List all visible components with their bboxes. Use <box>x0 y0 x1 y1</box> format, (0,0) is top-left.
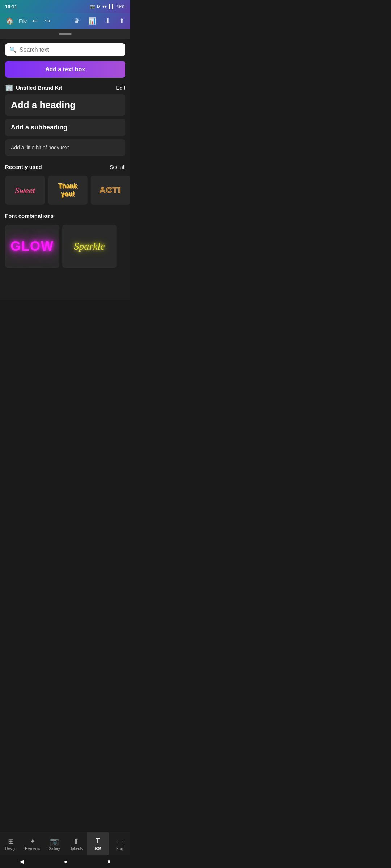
search-input[interactable] <box>20 47 121 53</box>
battery-icon: 48% <box>117 4 125 9</box>
heading-card[interactable]: Add a heading <box>5 94 125 116</box>
signal-icon: M <box>97 4 101 9</box>
acti-text: ACTI <box>100 186 121 195</box>
sparkle-text: Sparkle <box>74 241 105 252</box>
recently-used-title: Recently used <box>5 164 42 170</box>
subheading-text: Add a subheading <box>11 124 67 131</box>
undo-button[interactable]: ↩ <box>30 16 40 26</box>
glow-text: GLOW <box>10 239 54 254</box>
toolbar: 🏠 File ↩ ↪ ♛ 📊 ⬇ ⬆ <box>0 13 130 29</box>
toolbar-right: ♛ 📊 ⬇ ⬆ <box>72 16 127 26</box>
font-combinations-title: Font combinations <box>5 213 54 219</box>
heading-text: Add a heading <box>11 99 76 110</box>
search-box[interactable]: 🔍 <box>5 43 125 56</box>
recently-used-scroll: Sweet Thankyou! ACTI <box>0 173 130 208</box>
instagram-icon: 📷 <box>90 4 95 9</box>
brand-kit-left: 🏢 Untitled Brand Kit <box>5 84 62 92</box>
glow-font-card[interactable]: GLOW <box>5 225 59 268</box>
edit-brand-kit-button[interactable]: Edit <box>116 85 125 91</box>
sparkle-font-card[interactable]: Sparkle <box>62 225 117 268</box>
subheading-card[interactable]: Add a subheading <box>5 119 125 136</box>
chart-button[interactable]: 📊 <box>86 16 98 26</box>
main-panel: 🔍 Add a text box 🏢 Untitled Brand Kit Ed… <box>0 39 130 300</box>
brand-kit-row: 🏢 Untitled Brand Kit Edit <box>0 80 130 94</box>
brand-kit-name: Untitled Brand Kit <box>16 85 62 91</box>
acti-style-card[interactable]: ACTI <box>91 176 130 205</box>
status-icons: 📷 M ▾▾ ▌▌ 48% <box>90 4 125 9</box>
redo-button[interactable]: ↪ <box>43 16 52 26</box>
status-bar: 10:11 📷 M ▾▾ ▌▌ 48% <box>0 0 130 13</box>
body-text-card[interactable]: Add a little bit of body text <box>5 139 125 156</box>
font-combos-scroll: GLOW Sparkle <box>0 222 130 271</box>
drag-handle <box>59 33 72 35</box>
status-time: 10:11 <box>5 4 17 9</box>
add-textbox-button[interactable]: Add a text box <box>5 61 125 78</box>
download-button[interactable]: ⬇ <box>103 16 113 26</box>
file-button[interactable]: File <box>19 18 27 24</box>
see-all-button[interactable]: See all <box>110 164 125 170</box>
font-combinations-header: Font combinations <box>0 208 130 222</box>
home-button[interactable]: 🏠 <box>4 16 16 26</box>
signal-bars-icon: ▌▌ <box>109 4 115 9</box>
thankyou-style-card[interactable]: Thankyou! <box>48 176 88 205</box>
crown-button[interactable]: ♛ <box>72 16 82 26</box>
sweet-style-card[interactable]: Sweet <box>5 176 45 205</box>
search-container: 🔍 <box>0 39 130 59</box>
search-icon: 🔍 <box>9 46 17 53</box>
share-button[interactable]: ⬆ <box>117 16 127 26</box>
recently-used-header: Recently used See all <box>0 159 130 173</box>
thankyou-text: Thankyou! <box>58 182 77 198</box>
body-text: Add a little bit of body text <box>11 145 69 150</box>
sweet-text: Sweet <box>15 186 35 195</box>
wifi-icon: ▾▾ <box>102 4 107 9</box>
brand-kit-icon: 🏢 <box>5 84 13 92</box>
